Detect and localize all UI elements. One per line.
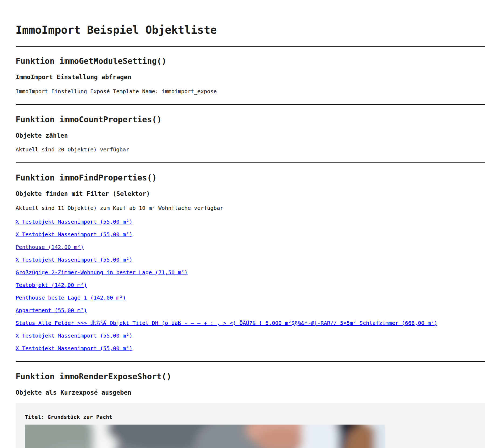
function-subheading: Objekte zählen	[16, 132, 485, 140]
function-subheading: Objekte als Kurzexposé ausgeben	[16, 389, 485, 397]
section-divider	[16, 104, 485, 105]
property-link[interactable]: Penthouse (142,00 m²)	[16, 244, 84, 250]
property-photo	[25, 425, 385, 448]
property-link[interactable]: X Testobjekt Massenimport (55,00 m²)	[16, 256, 132, 263]
section-render-expose-short: Funktion immoRenderExposeShort() Objekte…	[16, 372, 485, 448]
section-count-properties: Funktion immoCountProperties() Objekte z…	[16, 115, 485, 153]
list-item: X Testobjekt Massenimport (55,00 m²)	[16, 256, 485, 263]
expose-card: Titel: Grundstück zur Pacht	[16, 403, 485, 448]
list-item: X Testobjekt Massenimport (55,00 m²)	[16, 332, 485, 339]
property-link[interactable]: Appartement (55,00 m²)	[16, 307, 87, 314]
property-link[interactable]: X Testobjekt Massenimport (55,00 m²)	[16, 231, 132, 238]
list-item: Testobjekt (142,00 m²)	[16, 282, 485, 288]
property-link[interactable]: Status Alle Felder >>> 北方话 Objekt Titel …	[16, 320, 437, 326]
property-link[interactable]: X Testobjekt Massenimport (55,00 m²)	[16, 345, 132, 352]
section-get-module-setting: Funktion immoGetModuleSetting() ImmoImpo…	[16, 56, 485, 95]
property-link[interactable]: Testobjekt (142,00 m²)	[16, 282, 87, 288]
list-item: X Testobjekt Massenimport (55,00 m²)	[16, 231, 485, 238]
function-subheading: ImmoImport Einstellung abfragen	[16, 74, 485, 81]
section-find-properties: Funktion immoFindProperties() Objekte fi…	[16, 173, 485, 352]
page-title: ImmoImport Beispiel Objektliste	[16, 24, 485, 36]
function-heading: Funktion immoGetModuleSetting()	[16, 56, 485, 66]
section-divider	[16, 46, 485, 47]
function-result-text: Aktuell sind 11 Objekt(e) zum Kauf ab 10…	[16, 205, 485, 211]
function-result-text: ImmoImport Einstellung Exposé Template N…	[16, 88, 485, 95]
section-divider	[16, 162, 485, 163]
list-item: X Testobjekt Massenimport (55,00 m²)	[16, 345, 485, 352]
document-page: ImmoImport Beispiel Objektliste Funktion…	[0, 0, 485, 448]
function-subheading: Objekte finden mit Filter (Selektor)	[16, 190, 485, 198]
list-item: Großzügige 2-Zimmer-Wohnung in bester La…	[16, 269, 485, 276]
function-heading: Funktion immoRenderExposeShort()	[16, 372, 485, 381]
property-link[interactable]: Penthouse beste Lage 1 (142,00 m²)	[16, 294, 126, 301]
list-item: Appartement (55,00 m²)	[16, 307, 485, 314]
list-item: X Testobjekt Massenimport (55,00 m²)	[16, 218, 485, 225]
section-divider	[16, 361, 485, 362]
property-links-list: X Testobjekt Massenimport (55,00 m²) X T…	[16, 218, 485, 352]
list-item: Penthouse beste Lage 1 (142,00 m²)	[16, 294, 485, 301]
function-heading: Funktion immoCountProperties()	[16, 115, 485, 124]
property-link[interactable]: X Testobjekt Massenimport (55,00 m²)	[16, 218, 132, 225]
list-item: Status Alle Felder >>> 北方话 Objekt Titel …	[16, 320, 485, 326]
property-link[interactable]: Großzügige 2-Zimmer-Wohnung in bester La…	[16, 269, 188, 276]
function-heading: Funktion immoFindProperties()	[16, 173, 485, 183]
list-item: Penthouse (142,00 m²)	[16, 244, 485, 250]
property-link[interactable]: X Testobjekt Massenimport (55,00 m²)	[16, 332, 132, 339]
expose-title: Titel: Grundstück zur Pacht	[25, 414, 485, 420]
function-result-text: Aktuell sind 20 Objekt(e) verfügbar	[16, 146, 485, 153]
